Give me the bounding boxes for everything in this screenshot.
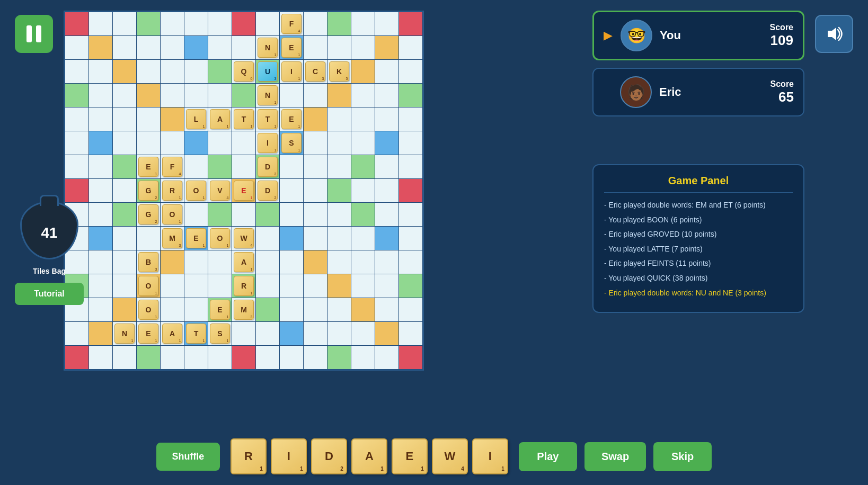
- board-cell-6-1[interactable]: [89, 155, 112, 178]
- board-cell-4-5[interactable]: L1: [184, 107, 208, 131]
- board-cell-6-0[interactable]: [65, 155, 88, 178]
- board-cell-13-7[interactable]: [232, 322, 255, 345]
- rack-tile-3[interactable]: A1: [351, 438, 387, 474]
- board-cell-2-9[interactable]: I1: [280, 60, 303, 83]
- board-cell-9-3[interactable]: [137, 227, 160, 250]
- tile-S-13-6[interactable]: S1: [210, 324, 231, 344]
- board-cell-11-8[interactable]: [256, 274, 279, 298]
- board-cell-5-11[interactable]: [327, 131, 351, 155]
- board-cell-4-3[interactable]: [137, 107, 160, 131]
- board-cell-6-10[interactable]: [304, 155, 327, 178]
- board-cell-3-2[interactable]: [113, 84, 136, 107]
- board-cell-12-3[interactable]: O1: [137, 298, 160, 321]
- rack-tile-0[interactable]: R1: [231, 438, 267, 474]
- board-cell-6-7[interactable]: [232, 155, 255, 178]
- board-cell-5-6[interactable]: [208, 131, 232, 155]
- board-grid[interactable]: F4N1E1Q0U3I1C3K5N1L1A1T1T1E1I1S1E1F4D2G2…: [64, 11, 424, 371]
- board-cell-10-2[interactable]: [113, 250, 136, 274]
- board-cell-10-10[interactable]: [304, 250, 327, 274]
- board-cell-8-9[interactable]: [280, 203, 303, 226]
- board-cell-12-2[interactable]: [113, 298, 136, 321]
- board-cell-11-6[interactable]: [208, 274, 232, 298]
- board-cell-8-14[interactable]: [399, 203, 422, 226]
- board-cell-1-1[interactable]: [89, 36, 112, 59]
- skip-button[interactable]: Skip: [653, 442, 712, 471]
- board-cell-10-7[interactable]: A1: [232, 250, 255, 274]
- tile-E-9-5[interactable]: E1: [186, 228, 207, 249]
- board-cell-4-4[interactable]: [161, 107, 184, 131]
- tile-O-9-6[interactable]: O1: [210, 228, 231, 249]
- board-cell-1-9[interactable]: E1: [280, 36, 303, 59]
- board-cell-2-1[interactable]: [89, 60, 112, 83]
- board-cell-1-5[interactable]: [184, 36, 208, 59]
- board-cell-13-1[interactable]: [89, 322, 112, 345]
- board-cell-14-4[interactable]: [161, 346, 184, 369]
- pause-button[interactable]: [15, 15, 53, 53]
- board-cell-2-13[interactable]: [375, 60, 398, 83]
- board-cell-2-6[interactable]: [208, 60, 232, 83]
- board-cell-6-6[interactable]: [208, 155, 232, 178]
- tile-O-12-3[interactable]: O1: [138, 300, 159, 320]
- board-cell-6-14[interactable]: [399, 155, 422, 178]
- rack-tile-5[interactable]: W4: [432, 438, 468, 474]
- board-cell-4-2[interactable]: [113, 107, 136, 131]
- board-cell-5-12[interactable]: [351, 131, 375, 155]
- board-cell-4-6[interactable]: A1: [208, 107, 232, 131]
- board-cell-5-2[interactable]: [113, 131, 136, 155]
- board-cell-3-7[interactable]: [232, 84, 255, 107]
- board-cell-13-5[interactable]: T1: [184, 322, 208, 345]
- board-cell-7-12[interactable]: [351, 179, 375, 202]
- tile-F-0-9[interactable]: F4: [281, 14, 302, 34]
- board-cell-11-11[interactable]: [327, 274, 351, 298]
- board-cell-11-3[interactable]: O1: [137, 274, 160, 298]
- board-cell-13-0[interactable]: [65, 322, 88, 345]
- board-cell-0-12[interactable]: [351, 12, 375, 35]
- tile-E-6-3[interactable]: E1: [138, 157, 159, 177]
- board-cell-4-14[interactable]: [399, 107, 422, 131]
- board-cell-12-6[interactable]: E1: [208, 298, 232, 321]
- board-cell-0-13[interactable]: [375, 12, 398, 35]
- tile-T-4-7[interactable]: T1: [234, 109, 254, 130]
- tile-A-4-6[interactable]: A1: [210, 109, 231, 130]
- board-cell-7-0[interactable]: [65, 179, 88, 202]
- board-cell-6-3[interactable]: E1: [137, 155, 160, 178]
- tile-L-4-5[interactable]: L1: [186, 109, 207, 130]
- board-cell-11-12[interactable]: [351, 274, 375, 298]
- board-cell-14-0[interactable]: [65, 346, 88, 369]
- board-cell-6-11[interactable]: [327, 155, 351, 178]
- board-cell-7-4[interactable]: R1: [161, 179, 184, 202]
- board-cell-6-2[interactable]: [113, 155, 136, 178]
- tile-K-2-11[interactable]: K5: [329, 61, 350, 82]
- board-cell-14-8[interactable]: [256, 346, 279, 369]
- board-cell-1-11[interactable]: [327, 36, 351, 59]
- rack-tile-6[interactable]: I1: [472, 438, 508, 474]
- tile-W-9-7[interactable]: W4: [234, 228, 254, 249]
- board-cell-10-12[interactable]: [351, 250, 375, 274]
- board-cell-2-8[interactable]: U3: [256, 60, 279, 83]
- board-cell-14-1[interactable]: [89, 346, 112, 369]
- board-cell-14-2[interactable]: [113, 346, 136, 369]
- tile-A-10-7[interactable]: A1: [234, 252, 254, 273]
- board-cell-3-11[interactable]: [327, 84, 351, 107]
- board-cell-14-12[interactable]: [351, 346, 375, 369]
- shuffle-button[interactable]: Shuffle: [156, 443, 220, 471]
- board-cell-13-4[interactable]: A1: [161, 322, 184, 345]
- board-cell-0-9[interactable]: F4: [280, 12, 303, 35]
- board-cell-7-1[interactable]: [89, 179, 112, 202]
- board-cell-11-4[interactable]: [161, 274, 184, 298]
- tile-V-7-6[interactable]: V4: [210, 181, 231, 201]
- board-cell-13-3[interactable]: E1: [137, 322, 160, 345]
- board-cell-3-4[interactable]: [161, 84, 184, 107]
- tile-E-13-3[interactable]: E1: [138, 324, 159, 344]
- board-cell-10-11[interactable]: [327, 250, 351, 274]
- board-cell-6-5[interactable]: [184, 155, 208, 178]
- board-cell-13-14[interactable]: [399, 322, 422, 345]
- board-cell-5-7[interactable]: [232, 131, 255, 155]
- tile-A-13-4[interactable]: A1: [162, 324, 183, 344]
- board-cell-0-3[interactable]: [137, 12, 160, 35]
- board-cell-14-11[interactable]: [327, 346, 351, 369]
- board-cell-11-10[interactable]: [304, 274, 327, 298]
- board-cell-7-8[interactable]: D2: [256, 179, 279, 202]
- board-cell-2-7[interactable]: Q0: [232, 60, 255, 83]
- board-cell-14-13[interactable]: [375, 346, 398, 369]
